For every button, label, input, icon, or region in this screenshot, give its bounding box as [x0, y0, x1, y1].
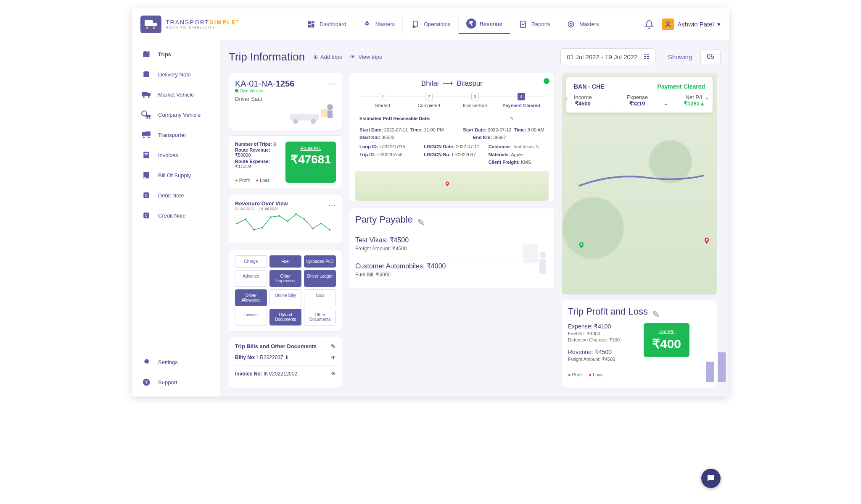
plus-circle-icon: ⊕: [313, 54, 318, 60]
brand-tagline: ROAD TO SIMPLICITY: [166, 26, 240, 29]
sidebar-item-invoices[interactable]: Invoices: [132, 145, 220, 165]
other-expenses-button[interactable]: Other Expenses: [269, 270, 301, 287]
brand-name: TRANSPORT: [166, 19, 209, 26]
eye-icon: 👁: [350, 54, 356, 60]
date-range-picker[interactable]: 01 Jul 2022 - 19 Jul 2022 ☷: [560, 48, 655, 65]
pencil-icon[interactable]: ✎: [331, 343, 336, 348]
route-pl-box[interactable]: Route P/L ₹47681: [285, 142, 336, 183]
status-indicator: [544, 78, 549, 84]
svg-rect-61: [539, 259, 546, 274]
add-trips-button[interactable]: ⊕ Add trips: [313, 54, 342, 60]
driver-allowance-button[interactable]: Driver Allowance: [235, 289, 267, 306]
nav-reports[interactable]: Reports: [510, 14, 559, 34]
svg-point-22: [146, 117, 148, 119]
vehicle-plate: KA-01-NA-1256: [235, 79, 294, 89]
other-documents-button[interactable]: Other Documents: [304, 309, 336, 326]
transport-icon: [140, 130, 152, 140]
svg-point-60: [539, 252, 546, 258]
sidebar-item-support[interactable]: ?Support: [132, 372, 220, 392]
revenue-chart-card: Revenure Over View 01 Jul 2022 – 19 Jul …: [229, 194, 342, 244]
svg-point-58: [446, 183, 448, 184]
trip-pl-box[interactable]: Trip P/L ₹400: [644, 323, 689, 357]
nav-revenue[interactable]: ₹Revenue: [459, 14, 510, 34]
view-trips-button[interactable]: 👁 View trips: [350, 54, 382, 60]
step-completed[interactable]: 2Completed: [406, 93, 452, 108]
svg-point-26: [143, 136, 145, 138]
debit-icon: D: [140, 190, 152, 200]
svg-point-49: [261, 227, 263, 228]
advance-button[interactable]: Advance: [235, 270, 267, 287]
svg-point-51: [245, 218, 246, 220]
svg-point-54: [287, 220, 288, 222]
sidebar-item-company-vehicle[interactable]: Company Vehicle: [132, 105, 220, 125]
sidebar-item-credit-note[interactable]: CCredit Note: [132, 205, 220, 226]
sidebar: TripsDelivery NoteMarket VehicleCompany …: [132, 40, 220, 396]
bos-button[interactable]: BoS: [304, 289, 336, 306]
doc-row: Bilty No: LR2022037 ⬇👁: [235, 349, 336, 366]
bell-icon[interactable]: [644, 20, 654, 29]
svg-point-56: [304, 218, 305, 220]
bar-chart: [706, 323, 729, 382]
sidebar-item-market-vehicle[interactable]: Market Vehicle: [132, 84, 220, 105]
eye-icon[interactable]: 👁: [331, 371, 336, 377]
nav-masters[interactable]: Masters: [354, 14, 403, 34]
sidebar-item-bill-of-supply[interactable]: Bill Of Supply: [132, 165, 220, 185]
avatar-icon: [662, 18, 674, 30]
upload-documents-button[interactable]: Upload Documents: [269, 309, 301, 326]
big-map[interactable]: ‹ › BAN - CHE Payment Cleared Income₹450…: [562, 73, 717, 295]
svg-rect-25: [146, 131, 151, 136]
invoice-button[interactable]: Invoice: [235, 309, 267, 326]
sidebar-item-delivery-note[interactable]: Delivery Note: [132, 64, 220, 84]
svg-rect-24: [142, 132, 146, 136]
online-bilty-button[interactable]: Online Bilty: [269, 289, 301, 306]
eye-icon[interactable]: 👁: [331, 354, 336, 360]
driver-ledger-button[interactable]: Driver Ledger: [304, 270, 336, 287]
sidebar-item-trips[interactable]: Trips: [132, 44, 220, 64]
nav-operations[interactable]: Operations: [403, 14, 459, 34]
more-icon[interactable]: ⋯: [328, 79, 336, 88]
showing-count[interactable]: 05: [700, 49, 721, 64]
sidebar-item-transporter[interactable]: Transporter: [132, 125, 220, 145]
more-icon[interactable]: ⋯: [328, 200, 336, 211]
credit-icon: C: [140, 210, 152, 220]
svg-point-48: [329, 229, 330, 231]
logo[interactable]: TRANSPORTSIMPLE® ROAD TO SIMPLICITY: [140, 16, 240, 33]
gear-doc-icon: [410, 19, 420, 29]
sidebar-item-settings[interactable]: Settings: [132, 352, 220, 372]
user-name: Ashwin Patel: [677, 21, 714, 28]
party-row: Customer Automobiles: ₹4000Fuel Bill: ₹4…: [355, 257, 549, 283]
fuel-button[interactable]: Fuel: [269, 255, 301, 268]
nav-dashboard[interactable]: Dashboard: [298, 14, 354, 34]
svg-rect-45: [327, 110, 333, 118]
chart-doc-icon: [518, 19, 528, 29]
svg-point-55: [295, 213, 297, 215]
sidebar-item-debit-note[interactable]: DDebit Note: [132, 185, 220, 205]
main: Trip Information ⊕ Add trips 👁 View trip…: [220, 40, 729, 396]
svg-rect-16: [142, 92, 148, 96]
topnav: DashboardMastersOperations₹RevenueReport…: [298, 14, 606, 34]
step-started[interactable]: 1Started: [359, 93, 406, 108]
step-invoicebos[interactable]: 3Invoice/BoS: [452, 93, 498, 108]
pencil-icon[interactable]: ✎: [417, 217, 422, 222]
download-icon[interactable]: ⬇: [285, 354, 289, 360]
svg-point-23: [149, 117, 151, 119]
step-paymentcleared[interactable]: 4Payment Cleared: [498, 93, 544, 108]
svg-point-62: [581, 243, 583, 245]
pencil-icon[interactable]: ✎: [652, 309, 657, 314]
uploaded-pod-button[interactable]: Uploaded PoD: [304, 255, 336, 268]
svg-rect-7: [308, 24, 311, 27]
svg-point-14: [667, 22, 669, 24]
truck-icon: [140, 16, 161, 33]
svg-point-32: [144, 177, 145, 178]
user-menu[interactable]: Ashwin Patel ▾: [662, 18, 721, 30]
charge-button[interactable]: Charge: [235, 255, 267, 268]
svg-text:D: D: [145, 193, 148, 197]
party-payable-card: Party Payable✎ Test Vikas: ₹4500Freight …: [349, 208, 555, 289]
svg-point-12: [568, 21, 574, 27]
pod-date-input[interactable]: [435, 115, 506, 122]
box-icon: [140, 69, 152, 79]
stats-card: Number of Trips: 3 Route Revenue: ₹59000…: [229, 135, 342, 189]
pencil-icon[interactable]: ✎: [510, 116, 515, 121]
pencil-icon[interactable]: ✎: [535, 144, 539, 149]
nav-masters[interactable]: Masters: [558, 14, 606, 34]
